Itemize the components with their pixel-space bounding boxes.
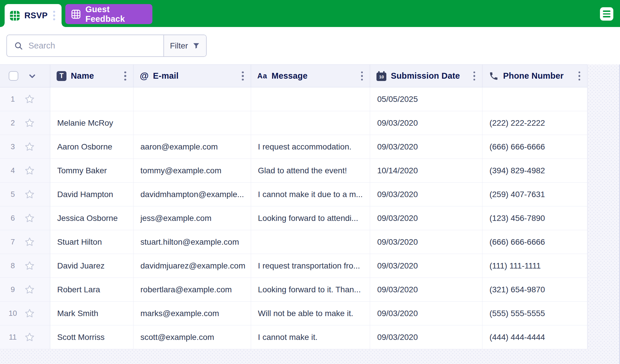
message-cell[interactable]: I request transportation fro... [251,254,370,277]
message-cell[interactable]: I cannot make it. [251,325,370,349]
email-cell[interactable] [134,111,251,135]
submission-date-cell[interactable]: 09/03/2020 [370,206,482,230]
hamburger-menu-button[interactable] [600,7,613,21]
name-cell[interactable]: Robert Lara [50,278,134,301]
submission-date-cell[interactable]: 09/03/2020 [370,111,482,135]
message-cell[interactable]: I cannot make it due to a m... [251,183,370,206]
row-number: 11 [8,333,17,342]
row-select-cell[interactable]: 10 [0,302,50,325]
email-cell[interactable]: scott@example.com [134,325,251,349]
email-cell[interactable] [134,87,251,111]
message-cell[interactable]: Looking forward to it. Than... [251,278,370,301]
name-cell[interactable]: David Hampton [50,183,134,206]
phone-number-cell[interactable]: (123) 456-7890 [482,206,587,230]
row-select-cell[interactable]: 3 [0,135,50,158]
row-select-cell[interactable]: 9 [0,278,50,301]
message-cell[interactable] [251,111,370,135]
column-header-phone-number[interactable]: Phone Number [482,65,587,87]
star-icon[interactable] [24,213,35,224]
submission-date-cell[interactable]: 09/03/2020 [370,302,482,325]
email-cell[interactable]: jess@example.com [134,206,251,230]
column-menu-kebab-icon[interactable] [577,70,582,82]
submission-date-cell[interactable]: 05/05/2025 [370,87,482,111]
submission-date-cell[interactable]: 09/03/2020 [370,254,482,277]
message-cell[interactable] [251,230,370,254]
submission-date-cell[interactable]: 09/03/2020 [370,135,482,158]
star-icon[interactable] [24,165,35,176]
search-box[interactable] [7,35,163,56]
column-menu-kebab-icon[interactable] [123,70,127,82]
row-number: 3 [8,142,17,151]
column-header-email[interactable]: @ E-mail [134,65,251,87]
column-header-name[interactable]: T Name [50,65,134,87]
name-cell[interactable]: Scott Morriss [50,325,134,349]
message-cell[interactable]: Looking forward to attendi... [251,206,370,230]
phone-number-cell[interactable]: (259) 407-7631 [482,183,587,206]
email-cell[interactable]: tommy@example.com [134,159,251,182]
star-icon[interactable] [24,332,35,343]
email-cell[interactable]: marks@example.com [134,302,251,325]
email-cell[interactable]: davidmjuarez@example.com [134,254,251,277]
star-icon[interactable] [24,284,35,295]
name-cell[interactable]: Aaron Osborne [50,135,134,158]
email-cell[interactable]: robertlara@example.com [134,278,251,301]
submission-date-cell[interactable]: 09/03/2020 [370,325,482,349]
phone-number-cell[interactable]: (444) 444-4444 [482,325,587,349]
star-icon[interactable] [24,142,35,152]
column-header-submission-date[interactable]: 10 Submission Date [370,65,482,87]
message-cell[interactable] [251,87,370,111]
row-select-cell[interactable]: 11 [0,325,50,349]
email-cell[interactable]: davidmhampton@example... [134,183,251,206]
row-select-cell[interactable]: 1 [0,87,50,111]
submission-date-cell[interactable]: 10/14/2020 [370,159,482,182]
phone-number-cell[interactable]: (666) 666-6666 [482,230,587,254]
column-menu-kebab-icon[interactable] [472,70,477,82]
column-menu-kebab-icon[interactable] [241,70,245,82]
name-cell[interactable]: Melanie McRoy [50,111,134,135]
submission-date-cell[interactable]: 09/03/2020 [370,278,482,301]
filter-button[interactable]: Filter [163,35,206,56]
star-icon[interactable] [24,94,35,104]
name-cell[interactable]: Mark Smith [50,302,134,325]
star-icon[interactable] [24,308,35,319]
row-select-cell[interactable]: 5 [0,183,50,206]
name-cell[interactable]: David Juarez [50,254,134,277]
name-cell[interactable]: Jessica Osborne [50,206,134,230]
search-input[interactable] [28,41,150,51]
star-icon[interactable] [24,261,35,271]
phone-number-cell[interactable]: (111) 111-1111 [482,254,587,277]
phone-number-cell[interactable]: (666) 666-6666 [482,135,587,158]
tab-rsvp[interactable]: RSVP [5,4,62,27]
row-select-cell[interactable]: 6 [0,206,50,230]
table-area: T Name @ E-mail Aa Message 10 Submission… [0,64,620,364]
column-header-message[interactable]: Aa Message [251,65,370,87]
phone-number-cell[interactable]: (321) 654-9870 [482,278,587,301]
phone-number-cell[interactable]: (555) 555-5555 [482,302,587,325]
star-icon[interactable] [24,118,35,128]
message-cell[interactable]: Will not be able to make it. [251,302,370,325]
tab-guest-feedback[interactable]: Guest Feedback [65,4,152,24]
star-icon[interactable] [24,237,35,247]
chevron-down-icon[interactable] [28,71,37,81]
name-cell[interactable] [50,87,134,111]
phone-number-cell[interactable] [482,87,587,111]
name-cell[interactable]: Tommy Baker [50,159,134,182]
select-all-checkbox[interactable] [9,71,18,81]
submission-date-cell[interactable]: 09/03/2020 [370,183,482,206]
submission-date-cell[interactable]: 09/03/2020 [370,230,482,254]
row-select-cell[interactable]: 2 [0,111,50,135]
column-menu-kebab-icon[interactable] [360,70,364,82]
tab-menu-kebab-icon[interactable] [52,10,56,21]
name-cell[interactable]: Stuart Hilton [50,230,134,254]
star-icon[interactable] [24,189,35,200]
email-cell[interactable]: stuart.hilton@example.com [134,230,251,254]
search-icon [14,41,23,51]
email-cell[interactable]: aaron@example.com [134,135,251,158]
row-select-cell[interactable]: 7 [0,230,50,254]
phone-number-cell[interactable]: (394) 829-4982 [482,159,587,182]
row-select-cell[interactable]: 8 [0,254,50,277]
message-cell[interactable]: Glad to attend the event! [251,159,370,182]
message-cell[interactable]: I request accommodation. [251,135,370,158]
row-select-cell[interactable]: 4 [0,159,50,182]
phone-number-cell[interactable]: (222) 222-2222 [482,111,587,135]
